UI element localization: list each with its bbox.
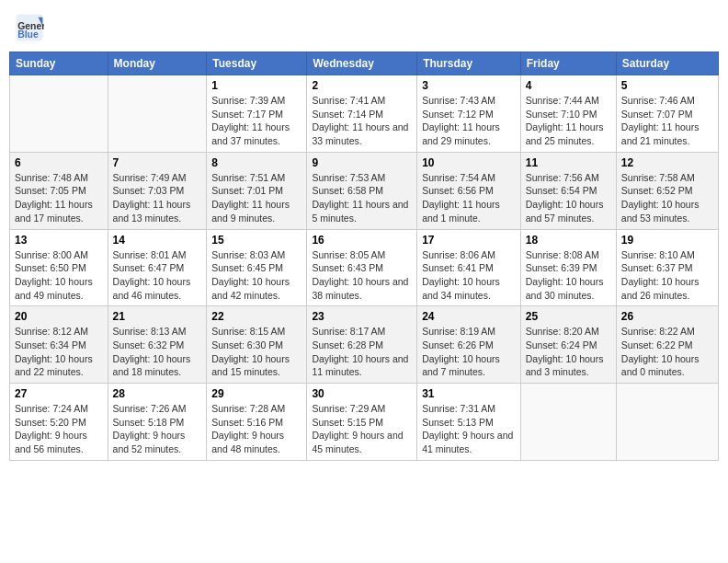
day-number: 29 — [211, 387, 301, 400]
day-number: 30 — [312, 387, 412, 400]
calendar-cell: 31Sunrise: 7:31 AM Sunset: 5:13 PM Dayli… — [417, 384, 521, 461]
day-info: Sunrise: 8:17 AM Sunset: 6:28 PM Dayligh… — [312, 325, 412, 379]
day-number: 18 — [526, 234, 611, 247]
calendar-cell: 6Sunrise: 7:48 AM Sunset: 7:05 PM Daylig… — [10, 152, 108, 229]
col-header-saturday: Saturday — [616, 52, 718, 75]
day-number: 2 — [312, 79, 412, 92]
day-info: Sunrise: 7:41 AM Sunset: 7:14 PM Dayligh… — [312, 94, 412, 148]
calendar-cell: 9Sunrise: 7:53 AM Sunset: 6:58 PM Daylig… — [307, 152, 417, 229]
day-info: Sunrise: 7:48 AM Sunset: 7:05 PM Dayligh… — [15, 171, 103, 225]
day-info: Sunrise: 7:46 AM Sunset: 7:07 PM Dayligh… — [621, 94, 713, 148]
calendar-cell: 30Sunrise: 7:29 AM Sunset: 5:15 PM Dayli… — [307, 384, 417, 461]
col-header-thursday: Thursday — [417, 52, 521, 75]
day-number: 4 — [526, 79, 611, 92]
day-number: 23 — [312, 310, 412, 323]
day-info: Sunrise: 7:56 AM Sunset: 6:54 PM Dayligh… — [526, 171, 611, 225]
calendar-cell — [10, 75, 108, 153]
calendar-cell: 28Sunrise: 7:26 AM Sunset: 5:18 PM Dayli… — [108, 384, 207, 461]
week-row-5: 27Sunrise: 7:24 AM Sunset: 5:20 PM Dayli… — [10, 384, 719, 461]
logo-icon: General Blue — [15, 13, 44, 42]
day-info: Sunrise: 8:20 AM Sunset: 6:24 PM Dayligh… — [526, 325, 611, 379]
day-info: Sunrise: 8:12 AM Sunset: 6:34 PM Dayligh… — [15, 325, 103, 379]
calendar-cell: 17Sunrise: 8:06 AM Sunset: 6:41 PM Dayli… — [417, 229, 521, 306]
calendar-cell: 14Sunrise: 8:01 AM Sunset: 6:47 PM Dayli… — [108, 229, 207, 306]
day-info: Sunrise: 8:00 AM Sunset: 6:50 PM Dayligh… — [15, 248, 103, 303]
col-header-monday: Monday — [108, 52, 207, 75]
day-number: 12 — [621, 156, 713, 169]
calendar-cell: 18Sunrise: 8:08 AM Sunset: 6:39 PM Dayli… — [520, 229, 616, 306]
calendar-cell: 7Sunrise: 7:49 AM Sunset: 7:03 PM Daylig… — [108, 152, 207, 229]
day-number: 25 — [526, 310, 611, 323]
calendar-table: SundayMondayTuesdayWednesdayThursdayFrid… — [9, 52, 719, 461]
day-info: Sunrise: 7:44 AM Sunset: 7:10 PM Dayligh… — [526, 94, 611, 148]
calendar-cell: 23Sunrise: 8:17 AM Sunset: 6:28 PM Dayli… — [307, 306, 417, 384]
day-number: 10 — [422, 156, 516, 169]
day-info: Sunrise: 8:10 AM Sunset: 6:37 PM Dayligh… — [621, 248, 713, 303]
day-number: 9 — [312, 156, 412, 169]
col-header-friday: Friday — [520, 52, 616, 75]
calendar-cell: 16Sunrise: 8:05 AM Sunset: 6:43 PM Dayli… — [307, 229, 417, 306]
day-info: Sunrise: 7:29 AM Sunset: 5:15 PM Dayligh… — [312, 402, 412, 456]
day-number: 17 — [422, 234, 516, 247]
calendar-cell: 26Sunrise: 8:22 AM Sunset: 6:22 PM Dayli… — [616, 306, 718, 384]
calendar-cell: 8Sunrise: 7:51 AM Sunset: 7:01 PM Daylig… — [207, 152, 307, 229]
week-row-2: 6Sunrise: 7:48 AM Sunset: 7:05 PM Daylig… — [10, 152, 719, 229]
logo: General Blue — [15, 13, 48, 42]
day-number: 27 — [15, 387, 103, 400]
day-number: 19 — [621, 234, 713, 247]
day-info: Sunrise: 7:43 AM Sunset: 7:12 PM Dayligh… — [422, 94, 516, 148]
calendar-cell: 25Sunrise: 8:20 AM Sunset: 6:24 PM Dayli… — [520, 306, 616, 384]
day-info: Sunrise: 7:53 AM Sunset: 6:58 PM Dayligh… — [312, 171, 412, 225]
calendar-cell: 2Sunrise: 7:41 AM Sunset: 7:14 PM Daylig… — [307, 75, 417, 153]
calendar-cell: 5Sunrise: 7:46 AM Sunset: 7:07 PM Daylig… — [616, 75, 718, 153]
day-number: 7 — [113, 156, 202, 169]
calendar-cell: 27Sunrise: 7:24 AM Sunset: 5:20 PM Dayli… — [10, 384, 108, 461]
calendar-cell: 4Sunrise: 7:44 AM Sunset: 7:10 PM Daylig… — [520, 75, 616, 153]
day-number: 24 — [422, 310, 516, 323]
day-number: 6 — [15, 156, 103, 169]
day-info: Sunrise: 8:08 AM Sunset: 6:39 PM Dayligh… — [526, 248, 611, 303]
calendar-cell: 22Sunrise: 8:15 AM Sunset: 6:30 PM Dayli… — [207, 306, 307, 384]
calendar-cell: 13Sunrise: 8:00 AM Sunset: 6:50 PM Dayli… — [10, 229, 108, 306]
week-row-4: 20Sunrise: 8:12 AM Sunset: 6:34 PM Dayli… — [10, 306, 719, 384]
calendar-cell: 10Sunrise: 7:54 AM Sunset: 6:56 PM Dayli… — [417, 152, 521, 229]
calendar-cell: 11Sunrise: 7:56 AM Sunset: 6:54 PM Dayli… — [520, 152, 616, 229]
calendar-cell: 1Sunrise: 7:39 AM Sunset: 7:17 PM Daylig… — [207, 75, 307, 153]
day-number: 1 — [211, 79, 301, 92]
day-number: 16 — [312, 234, 412, 247]
day-number: 15 — [211, 234, 301, 247]
day-info: Sunrise: 8:06 AM Sunset: 6:41 PM Dayligh… — [422, 248, 516, 303]
calendar-cell — [520, 384, 616, 461]
calendar-cell: 19Sunrise: 8:10 AM Sunset: 6:37 PM Dayli… — [616, 229, 718, 306]
calendar-cell: 15Sunrise: 8:03 AM Sunset: 6:45 PM Dayli… — [207, 229, 307, 306]
calendar-cell: 29Sunrise: 7:28 AM Sunset: 5:16 PM Dayli… — [207, 384, 307, 461]
day-number: 11 — [526, 156, 611, 169]
day-info: Sunrise: 7:24 AM Sunset: 5:20 PM Dayligh… — [15, 402, 103, 456]
day-number: 26 — [621, 310, 713, 323]
day-info: Sunrise: 8:05 AM Sunset: 6:43 PM Dayligh… — [312, 248, 412, 303]
day-info: Sunrise: 7:51 AM Sunset: 7:01 PM Dayligh… — [211, 171, 301, 225]
day-info: Sunrise: 8:03 AM Sunset: 6:45 PM Dayligh… — [211, 248, 301, 303]
day-number: 22 — [211, 310, 301, 323]
day-number: 13 — [15, 234, 103, 247]
day-info: Sunrise: 7:28 AM Sunset: 5:16 PM Dayligh… — [211, 402, 301, 456]
day-info: Sunrise: 8:22 AM Sunset: 6:22 PM Dayligh… — [621, 325, 713, 379]
day-number: 14 — [113, 234, 202, 247]
calendar-cell: 3Sunrise: 7:43 AM Sunset: 7:12 PM Daylig… — [417, 75, 521, 153]
calendar-cell — [108, 75, 207, 153]
day-info: Sunrise: 7:39 AM Sunset: 7:17 PM Dayligh… — [211, 94, 301, 148]
day-number: 5 — [621, 79, 713, 92]
day-info: Sunrise: 8:19 AM Sunset: 6:26 PM Dayligh… — [422, 325, 516, 379]
day-info: Sunrise: 7:49 AM Sunset: 7:03 PM Dayligh… — [113, 171, 202, 225]
day-number: 28 — [113, 387, 202, 400]
day-info: Sunrise: 7:26 AM Sunset: 5:18 PM Dayligh… — [113, 402, 202, 456]
day-info: Sunrise: 7:31 AM Sunset: 5:13 PM Dayligh… — [422, 402, 516, 456]
day-number: 21 — [113, 310, 202, 323]
calendar-cell: 24Sunrise: 8:19 AM Sunset: 6:26 PM Dayli… — [417, 306, 521, 384]
calendar-cell — [616, 384, 718, 461]
day-number: 3 — [422, 79, 516, 92]
day-info: Sunrise: 7:54 AM Sunset: 6:56 PM Dayligh… — [422, 171, 516, 225]
day-info: Sunrise: 8:01 AM Sunset: 6:47 PM Dayligh… — [113, 248, 202, 303]
calendar-cell: 20Sunrise: 8:12 AM Sunset: 6:34 PM Dayli… — [10, 306, 108, 384]
day-info: Sunrise: 8:13 AM Sunset: 6:32 PM Dayligh… — [113, 325, 202, 379]
